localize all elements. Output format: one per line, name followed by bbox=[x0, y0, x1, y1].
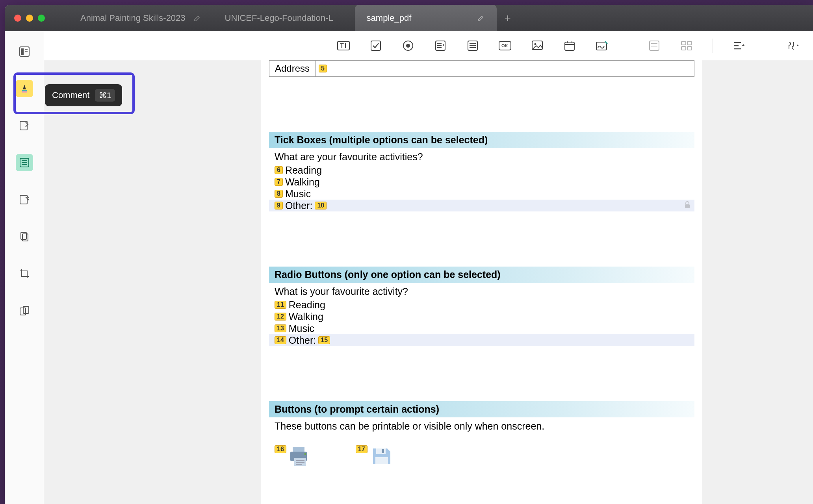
option-row: 12 Walking bbox=[269, 311, 694, 322]
svg-rect-58 bbox=[382, 449, 384, 453]
titlebar: Animal Painting Skills-2023 UNICEF-Lego-… bbox=[5, 5, 813, 31]
svg-rect-5 bbox=[22, 91, 27, 93]
option-row: 11 Reading bbox=[269, 299, 694, 311]
option-label: Other: bbox=[285, 200, 312, 211]
sidebar-compare[interactable] bbox=[16, 302, 33, 319]
maximize-window-button[interactable] bbox=[38, 15, 45, 22]
tools-settings[interactable] bbox=[785, 38, 801, 54]
field-tag[interactable]: 10 bbox=[315, 202, 327, 209]
radios-header: Radio Buttons (only one option can be se… bbox=[269, 267, 694, 283]
svg-rect-42 bbox=[681, 41, 686, 45]
option-row-other: 14 Other: 15 bbox=[269, 334, 694, 346]
lock-icon bbox=[684, 201, 690, 209]
save-button[interactable]: 17 bbox=[356, 445, 394, 467]
sidebar-fill-sign[interactable] bbox=[16, 117, 33, 134]
tickboxes-question: What are your favourite activities? bbox=[269, 150, 694, 164]
radios-question: What is your favourite activity? bbox=[269, 284, 694, 299]
sidebar-comment[interactable] bbox=[16, 80, 33, 97]
field-tag[interactable]: 15 bbox=[318, 336, 330, 344]
option-row: 13 Music bbox=[269, 322, 694, 334]
option-row: 7 Walking bbox=[269, 176, 694, 188]
date-tool[interactable] bbox=[562, 38, 577, 54]
print-button[interactable]: 16 bbox=[275, 445, 312, 467]
address-field-row: Address 5 bbox=[269, 60, 694, 77]
svg-rect-1 bbox=[21, 48, 24, 55]
field-tag[interactable]: 6 bbox=[275, 166, 283, 174]
option-label: Reading bbox=[285, 164, 322, 176]
text-field-tool[interactable]: T bbox=[336, 38, 351, 54]
document-viewport[interactable]: Address 5 Tick Boxes (multiple options c… bbox=[44, 60, 813, 504]
pdf-page: Address 5 Tick Boxes (multiple options c… bbox=[261, 60, 702, 504]
option-row: 8 Music bbox=[269, 188, 694, 200]
left-sidebar bbox=[5, 31, 44, 504]
checkbox-tool[interactable] bbox=[368, 38, 384, 54]
option-label: Music bbox=[285, 188, 311, 200]
svg-rect-38 bbox=[596, 42, 607, 50]
tab-label: UNICEF-Lego-Foundation-L bbox=[225, 13, 333, 23]
sidebar-thumbnails[interactable] bbox=[16, 43, 33, 60]
floppy-disk-icon bbox=[370, 445, 394, 467]
svg-point-53 bbox=[304, 453, 306, 455]
option-label: Music bbox=[289, 322, 314, 334]
buttons-description: These buttons can be printable or visibl… bbox=[269, 419, 694, 434]
minimize-window-button[interactable] bbox=[26, 15, 33, 22]
field-tag[interactable]: 9 bbox=[275, 202, 283, 209]
svg-rect-45 bbox=[687, 46, 692, 50]
svg-rect-11 bbox=[20, 195, 27, 204]
field-tag: 17 bbox=[356, 445, 368, 453]
form-fields-tool[interactable] bbox=[646, 38, 662, 54]
option-label: Reading bbox=[289, 299, 325, 311]
svg-rect-4 bbox=[22, 90, 27, 91]
field-tag[interactable]: 14 bbox=[275, 336, 286, 344]
sidebar-page-edit[interactable] bbox=[16, 191, 33, 208]
field-tag: 16 bbox=[275, 445, 286, 453]
svg-rect-52 bbox=[294, 458, 306, 466]
add-tab-button[interactable]: + bbox=[497, 12, 519, 24]
align-tool[interactable] bbox=[731, 38, 747, 54]
close-window-button[interactable] bbox=[14, 15, 21, 22]
pencil-icon[interactable] bbox=[193, 14, 201, 22]
button-tool[interactable]: OK bbox=[497, 38, 513, 54]
svg-rect-59 bbox=[375, 457, 388, 464]
comment-tooltip: Comment ⌘1 bbox=[45, 84, 122, 106]
sidebar-crop[interactable] bbox=[16, 265, 33, 282]
field-tag[interactable]: 12 bbox=[275, 313, 286, 321]
tab-label: sample_pdf bbox=[367, 13, 412, 23]
field-tag[interactable]: 7 bbox=[275, 178, 283, 186]
svg-rect-49 bbox=[685, 204, 690, 208]
signature-tool[interactable] bbox=[594, 38, 610, 54]
svg-text:OK: OK bbox=[501, 43, 508, 48]
svg-rect-12 bbox=[21, 232, 26, 239]
svg-rect-0 bbox=[20, 47, 29, 56]
option-row-other: 9 Other: 10 bbox=[269, 200, 694, 211]
listbox-tool[interactable] bbox=[432, 38, 448, 54]
tab-1[interactable]: UNICEF-Lego-Foundation-L bbox=[213, 5, 355, 31]
radio-tool[interactable] bbox=[400, 38, 416, 54]
svg-rect-43 bbox=[687, 41, 692, 45]
pdf-buttons-row: 16 17 bbox=[269, 445, 694, 467]
tab-0[interactable]: Animal Painting Skills-2023 bbox=[69, 5, 213, 31]
tab-2[interactable]: sample_pdf bbox=[355, 5, 497, 31]
address-field[interactable]: 5 bbox=[316, 65, 694, 72]
address-label: Address bbox=[269, 61, 316, 76]
printer-icon bbox=[289, 445, 312, 467]
field-tag[interactable]: 8 bbox=[275, 190, 283, 198]
svg-point-33 bbox=[535, 43, 536, 45]
svg-rect-13 bbox=[22, 234, 28, 241]
option-row: 6 Reading bbox=[269, 164, 694, 176]
sidebar-edit-form[interactable] bbox=[16, 154, 33, 171]
option-label: Other: bbox=[289, 334, 316, 346]
pencil-icon[interactable] bbox=[477, 14, 485, 22]
tab-label: Animal Painting Skills-2023 bbox=[80, 13, 186, 23]
field-tag[interactable]: 11 bbox=[275, 301, 286, 309]
svg-rect-19 bbox=[371, 41, 381, 50]
field-tag[interactable]: 13 bbox=[275, 324, 286, 332]
image-tool[interactable] bbox=[529, 38, 545, 54]
svg-rect-44 bbox=[681, 46, 686, 50]
field-tag: 5 bbox=[319, 65, 327, 72]
sidebar-organize[interactable] bbox=[16, 228, 33, 245]
grid-tool[interactable] bbox=[679, 38, 694, 54]
form-toolbar: T OK bbox=[44, 31, 813, 60]
combobox-tool[interactable] bbox=[465, 38, 481, 54]
tickboxes-header: Tick Boxes (multiple options can be sele… bbox=[269, 132, 694, 148]
